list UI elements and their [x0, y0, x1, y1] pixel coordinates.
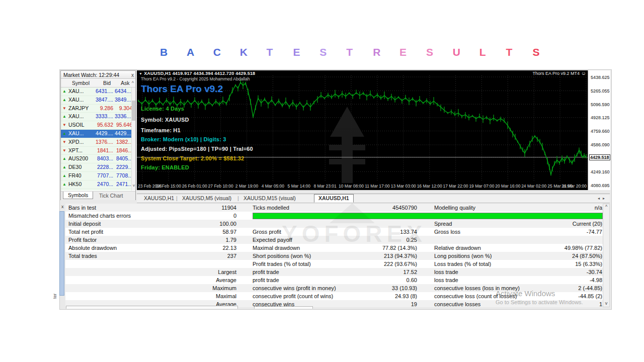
result-value: 237 [141, 252, 236, 260]
ask-value: 1846... [114, 147, 132, 155]
tester-side-scrollbar[interactable] [59, 211, 64, 296]
market-watch-row[interactable]: ▲AUS2008403...8405... [61, 155, 135, 163]
time-axis-label: 24 Mar 02:00 [521, 184, 546, 189]
tab-symbols[interactable]: Symbols [63, 192, 93, 199]
ask-value: 95.646 [114, 121, 132, 129]
symbol-name: XPD... [68, 138, 84, 146]
symbol-name: HK50 [68, 180, 82, 189]
title-letter: E [399, 46, 426, 61]
market-watch-row[interactable]: ▲XAU...4429....4429.... [61, 130, 135, 138]
title-letter: T [267, 46, 293, 61]
chart-area[interactable]: ▼XAUUSD,H1 4419.917 4434.394 4412.720 44… [137, 70, 588, 190]
up-arrow-icon: ▲ [62, 130, 66, 138]
results-scroll-up-icon[interactable]: ^ [603, 204, 609, 209]
chart-tab[interactable]: XAUUSD,M5 (visual) [182, 194, 231, 202]
current-price-label: 4429.518 [589, 154, 610, 160]
market-watch-row[interactable]: ▲FR407707...7708... [61, 172, 135, 180]
chart-watermark-logo [329, 107, 365, 190]
ea-info-line: Timeframe: H1 [141, 127, 181, 133]
chart-tab[interactable]: XAUUSD,H1 [314, 194, 354, 203]
result-value: 49.98% (77.82) [493, 244, 602, 252]
time-axis-label: 17 Mar 22:00 [443, 184, 468, 189]
column-symbol[interactable]: Symbol [72, 79, 90, 87]
scrollbar-thumb[interactable] [132, 101, 135, 121]
market-watch-row[interactable]: ▲HK502470...2471... [61, 180, 135, 189]
ask-value: 3336.... [114, 113, 132, 121]
ask-value: 4429.... [114, 130, 132, 138]
results-row[interactable]: Averageprofit trade0.60loss trade-4.98 [65, 276, 603, 284]
time-axis-label: 26 Mar 20:00 [561, 184, 587, 189]
up-arrow-icon: ▲ [62, 172, 66, 180]
title-letter: B [160, 46, 187, 61]
title-letter: R [373, 46, 399, 61]
down-arrow-icon: ▼ [62, 105, 66, 113]
time-axis-label: 16 Mar 12:00 [417, 184, 442, 189]
price-axis[interactable]: 5438.6255265.0555096.5904928.1254759.660… [588, 70, 610, 190]
tab-scroll-arrows[interactable]: ◂▸ [598, 195, 608, 203]
ea-info-line: System Close Target: 2.00% = $581.32 [141, 155, 244, 161]
result-value: -74.77 [493, 228, 602, 236]
results-row[interactable]: Largestprofit trade17.52loss trade-30.74 [65, 268, 603, 276]
result-value: 15 (6.33%) [493, 260, 602, 268]
market-watch-title: Market Watch: 12:29:44 [63, 72, 119, 78]
results-row[interactable]: Profit trades (% of total)222 (93.67%)Lo… [65, 260, 603, 268]
time-axis-label: 8 Mar 23:01 [313, 184, 336, 189]
time-axis: 23 Feb 202624 Feb 15:0026 Feb 01:0027 Fe… [137, 183, 588, 190]
dropdown-icon[interactable]: ▼ [139, 72, 142, 75]
results-scrollbar[interactable] [603, 204, 610, 307]
market-watch-row[interactable]: ▲XAU...3847....3849.... [61, 96, 135, 105]
market-watch-header: Market Watch: 12:29:44 x [61, 71, 135, 79]
market-watch-row[interactable]: ▼XPD...1376....1382... [61, 138, 135, 147]
results-scroll-down-icon[interactable]: v [603, 301, 609, 306]
tester-close-icon[interactable]: x [61, 204, 64, 209]
market-watch-row[interactable]: ▲XAU...6431....6434.... [61, 87, 135, 96]
ea-info-line: Broker: Modern (x10) | Digits: 3 [141, 136, 226, 142]
scroll-up-icon[interactable]: ^ [132, 79, 134, 87]
bid-value: 95.632 [90, 121, 113, 129]
scroll-down-icon[interactable]: v [133, 183, 135, 188]
down-arrow-icon: ▼ [62, 121, 66, 129]
up-arrow-icon: ▲ [62, 163, 66, 171]
result-value: Maximum [141, 284, 236, 292]
result-value: 58.97 [141, 228, 236, 236]
price-axis-label: 5096.590 [591, 102, 610, 107]
ea-smiley-icon[interactable]: ☺ [581, 70, 586, 76]
ask-value: 8405... [114, 155, 132, 163]
result-value: 33 (10.93) [327, 284, 417, 292]
result-value: 22.13 [141, 244, 236, 252]
tester-vertical-label[interactable]: ter [52, 294, 57, 299]
chart-symbol-ohlc: XAUUSD,H1 4419.917 4434.394 4412.720 442… [144, 71, 255, 76]
result-value: 24 (87.50%) [493, 252, 602, 260]
activate-windows-text: Activate Windows [496, 289, 555, 298]
time-axis-label: 24 Feb 15:00 [156, 184, 181, 189]
column-ask[interactable]: Ask [121, 79, 130, 87]
market-watch-row[interactable]: ▼XPT...1841...1846... [61, 147, 135, 155]
market-watch-tabs: Symbols Tick Chart [61, 191, 135, 200]
chart-tab[interactable]: XAUUSD,M15 (visual) [244, 194, 296, 202]
ask-value: 7708... [114, 172, 132, 180]
market-watch-row[interactable]: ▼USOIL95.63295.646 [61, 121, 135, 130]
column-bid[interactable]: Bid [103, 79, 111, 87]
market-watch-row[interactable]: ▼ZARJPY9.2869.304 [61, 105, 135, 113]
results-row[interactable]: Bars in test11904Ticks modelled45450790M… [65, 204, 603, 212]
market-watch-scrollbar[interactable] [131, 87, 135, 191]
market-watch-row[interactable]: ▲JP2255214...5214... [61, 189, 135, 191]
tab-tick-chart[interactable]: Tick Chart [95, 192, 127, 200]
modelling-quality-bar [253, 213, 603, 219]
result-value: 45450790 [327, 204, 417, 212]
symbol-name: XAU... [68, 87, 84, 96]
result-value: Average [141, 276, 236, 284]
title-letter: S [426, 46, 453, 61]
results-row[interactable]: Mismatched charts errors0 [65, 212, 603, 220]
close-icon[interactable]: x [131, 71, 134, 79]
title-letter: A [187, 46, 213, 61]
chart-tab[interactable]: XAUUSD,H1 [144, 194, 174, 202]
results-row[interactable]: Total trades237Short positions (won %)21… [65, 252, 603, 260]
bid-value: 5214... [90, 189, 113, 191]
symbol-name: FR40 [68, 172, 82, 180]
bid-value: 7707... [90, 172, 113, 180]
market-watch-row[interactable]: ▲DE302228...2229... [61, 163, 135, 172]
bid-value: 3333.... [90, 113, 113, 121]
tab-separator: | [176, 194, 178, 202]
market-watch-row[interactable]: ▲XAU...3333....3336.... [61, 113, 135, 121]
